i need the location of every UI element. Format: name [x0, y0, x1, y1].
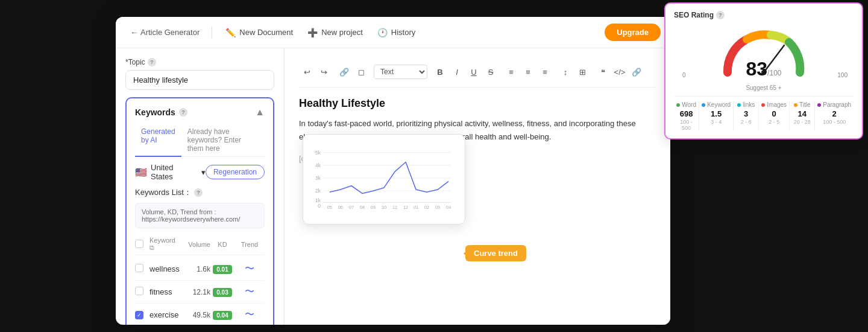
svg-text:06: 06 [338, 205, 343, 210]
kw-trend-wellness: 〜 [245, 263, 254, 273]
history-tools: ↩ ↪ [299, 64, 332, 80]
chevron-down-icon: ▾ [201, 168, 206, 177]
regeneration-button[interactable]: Regeneration [206, 165, 265, 179]
strikethrough-button[interactable]: S [483, 64, 498, 80]
trend-chart-area: 5k 4k 3k 2k 1k 0 05 06 07 08 09 [310, 142, 458, 214]
kw-vol-fitness: 12.1k [180, 288, 210, 296]
curve-trend-tooltip: Curve trend [465, 245, 526, 261]
underline-button[interactable]: U [466, 64, 482, 80]
format-tools: B I U S [432, 64, 498, 80]
align-left-button[interactable]: ≡ [503, 64, 519, 80]
tab-manual-keywords[interactable]: Already have keywords? Enter them here [181, 124, 265, 156]
code-button[interactable]: </> [612, 64, 627, 80]
nav-history-label: History [391, 28, 415, 37]
nav-new-document[interactable]: ✏️ New Document [219, 24, 299, 41]
paragraph-label: Paragraph [823, 101, 851, 108]
keyword-dot [702, 103, 705, 107]
table-row: fitness 12.1k 0.03 〜 [135, 281, 265, 304]
align-center-button[interactable]: ≡ [520, 64, 536, 80]
kw-checkbox-exercise[interactable]: ✓ [135, 311, 143, 319]
tab-generated-ai[interactable]: Generated by AI [135, 124, 181, 157]
paragraph-value: 2 [817, 109, 851, 118]
svg-text:04: 04 [446, 205, 451, 210]
keyword-range: 3 - 4 [702, 119, 731, 125]
paragraph-align-button[interactable]: ⊞ [574, 64, 590, 80]
metric-word: Word 698 100 - 500 [674, 101, 699, 131]
svg-text:3k: 3k [315, 175, 321, 181]
links-value: 3 [736, 109, 756, 118]
svg-text:5k: 5k [315, 150, 321, 156]
keyword-value: 1.5 [702, 109, 731, 118]
keywords-info-icon: ? [179, 108, 187, 117]
kw-trend-fitness: 〜 [245, 286, 254, 296]
quote-button[interactable]: ❝ [595, 64, 611, 80]
link2-button[interactable]: 🔗 [629, 64, 644, 80]
metric-title: Title 14 20 - 28 [790, 101, 815, 131]
upgrade-button[interactable]: Upgrade [605, 24, 661, 41]
bold-button[interactable]: B [432, 64, 448, 80]
kw-source-info: Volume, KD, Trend from :https://keywords… [135, 203, 265, 228]
select-all-checkbox[interactable] [135, 240, 143, 248]
svg-text:01: 01 [414, 205, 418, 210]
col-keyword-header: Keyword ⧉ [149, 237, 180, 252]
table-row: wellness 1.6k 0.01 〜 [135, 258, 265, 281]
back-arrow-icon: ← [130, 28, 138, 37]
svg-text:4k: 4k [315, 162, 321, 168]
links-label: links [743, 101, 755, 108]
images-dot [761, 103, 765, 107]
kw-vol-exercise: 49.5k [180, 311, 210, 319]
align-right-button[interactable]: ≡ [537, 64, 553, 80]
seo-header: SEO Rating ? [674, 11, 854, 19]
table-row: ✓ exercise 49.5k 0.04 〜 [135, 304, 265, 325]
nav-divider [212, 27, 212, 39]
redo-button[interactable]: ↪ [316, 64, 332, 80]
nav-history[interactable]: 🕐 History [371, 24, 421, 41]
kw-name-wellness: wellness [149, 264, 180, 273]
title-value: 14 [792, 109, 812, 118]
col-volume-header: Volume [180, 241, 210, 248]
svg-text:11: 11 [392, 205, 397, 210]
italic-button[interactable]: I [449, 64, 465, 80]
nav-back-button[interactable]: ← Article Generator [125, 25, 204, 39]
app-body: *Topic ? Keywords ? ▲ Generated by AI Al… [116, 48, 670, 325]
text-tools: 🔗 ◻ [336, 64, 369, 80]
nav-new-project-label: New project [321, 28, 363, 37]
left-panel: *Topic ? Keywords ? ▲ Generated by AI Al… [116, 48, 285, 325]
editor-panel: ↩ ↪ 🔗 ◻ Text Heading 1 Heading 2 B I U S [285, 48, 670, 325]
editor-toolbar: ↩ ↪ 🔗 ◻ Text Heading 1 Heading 2 B I U S [299, 60, 656, 88]
word-dot [676, 103, 680, 107]
country-dropdown[interactable]: 🇺🇸 United States ▾ [135, 163, 206, 181]
topic-input[interactable] [125, 70, 274, 90]
link-button[interactable]: 🔗 [336, 64, 352, 80]
seo-score-suffix: /100 [767, 69, 781, 77]
svg-text:12: 12 [403, 205, 408, 210]
gauge-min-label: 0 [682, 72, 686, 78]
kw-checkbox-wellness[interactable] [135, 264, 143, 272]
metric-keyword: Keyword 1.5 3 - 4 [699, 101, 734, 131]
col-trend-header: Trend [234, 241, 265, 248]
line-height-button[interactable]: ↕ [558, 64, 573, 80]
keywords-list-label: Keywords List： ? [135, 187, 265, 198]
text-style-select[interactable]: Text Heading 1 Heading 2 [374, 65, 427, 79]
kw-trend-exercise: 〜 [245, 309, 254, 319]
align-tools: ≡ ≡ ≡ [503, 64, 553, 80]
us-flag-icon: 🇺🇸 [135, 167, 147, 178]
svg-text:05: 05 [327, 205, 332, 210]
topic-label: *Topic ? [125, 58, 274, 66]
svg-text:10: 10 [382, 205, 386, 210]
keywords-title: Keywords ? [135, 107, 187, 117]
history-icon: 🕐 [377, 28, 388, 37]
nav-new-project[interactable]: ➕ New project [301, 24, 369, 41]
seo-score-number: 83 [746, 58, 768, 80]
copy-icon[interactable]: ⧉ [149, 244, 158, 252]
keywords-tabs: Generated by AI Already have keywords? E… [135, 124, 265, 157]
svg-text:0: 0 [318, 203, 321, 209]
kw-checkbox-fitness[interactable] [135, 287, 143, 295]
kw-vol-wellness: 1.6k [180, 265, 210, 273]
erase-button[interactable]: ◻ [353, 64, 369, 80]
paragraph-dot [817, 103, 821, 107]
undo-button[interactable]: ↩ [299, 64, 315, 80]
topic-info-icon: ? [148, 58, 156, 66]
collapse-icon[interactable]: ▲ [255, 107, 265, 118]
word-value: 698 [676, 109, 696, 118]
